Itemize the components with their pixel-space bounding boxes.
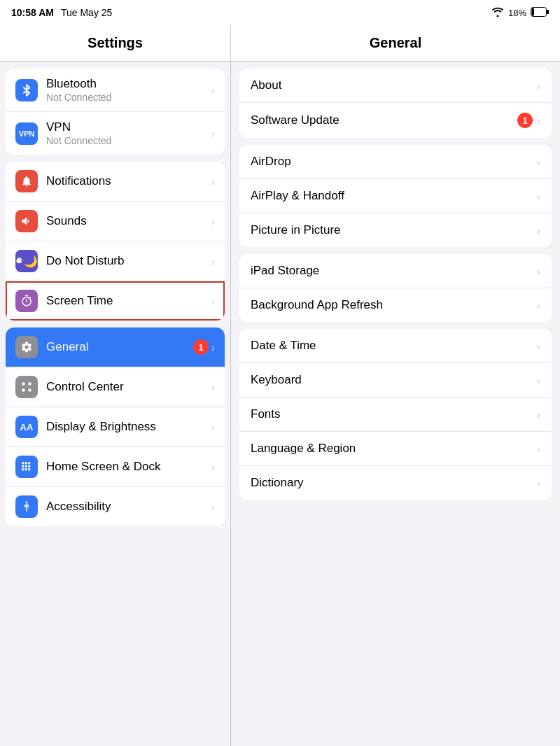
sidebar-item-screentime[interactable]: Screen Time › bbox=[6, 281, 225, 321]
homescreen-chevron: › bbox=[211, 461, 215, 473]
display-icon: AA bbox=[15, 416, 38, 438]
svg-point-6 bbox=[28, 388, 31, 392]
bluetooth-chevron: › bbox=[211, 84, 215, 96]
notifications-icon bbox=[15, 170, 38, 192]
general-title: General bbox=[46, 340, 189, 354]
main-item-date-time[interactable]: Date & Time › bbox=[239, 329, 552, 363]
keyboard-chevron: › bbox=[537, 374, 540, 386]
main-header: General bbox=[231, 25, 560, 62]
status-date: Tue May 25 bbox=[61, 7, 112, 18]
controlcenter-chevron: › bbox=[211, 381, 215, 393]
controlcenter-icon bbox=[15, 376, 38, 398]
svg-point-4 bbox=[28, 382, 31, 386]
sidebar-item-display[interactable]: AA Display & Brightness › bbox=[6, 407, 225, 447]
fonts-title: Fonts bbox=[251, 407, 537, 421]
controlcenter-title: Control Center bbox=[46, 380, 209, 394]
sidebar-item-accessibility[interactable]: Accessibility › bbox=[6, 487, 225, 526]
airplay-handoff-chevron: › bbox=[537, 190, 540, 202]
ipad-storage-title: iPad Storage bbox=[251, 264, 537, 278]
sidebar-header: Settings bbox=[0, 25, 230, 62]
wifi-icon bbox=[491, 7, 504, 19]
battery-icon bbox=[531, 7, 549, 19]
about-chevron: › bbox=[537, 80, 540, 92]
status-bar: 10:58 AM Tue May 25 18% bbox=[0, 0, 560, 25]
sidebar-item-donotdisturb[interactable]: 🌙 Do Not Disturb › bbox=[6, 241, 225, 281]
sidebar-item-controlcenter[interactable]: Control Center › bbox=[6, 367, 225, 407]
screentime-chevron: › bbox=[211, 295, 215, 307]
notifications-chevron: › bbox=[211, 176, 215, 188]
main-item-ipad-storage[interactable]: iPad Storage › bbox=[239, 254, 552, 288]
sidebar: Settings Bluetooth Not Connected › VPN V… bbox=[0, 25, 231, 746]
main-item-airplay-handoff[interactable]: AirPlay & Handoff › bbox=[239, 179, 552, 213]
status-icons: 18% bbox=[491, 7, 549, 19]
sidebar-item-general[interactable]: General 1 › bbox=[6, 328, 225, 367]
vpn-chevron: › bbox=[211, 127, 215, 139]
software-update-chevron: › bbox=[537, 115, 540, 127]
sidebar-group-preferences: General 1 › Control Center › AA Display … bbox=[6, 328, 225, 526]
vpn-icon: VPN bbox=[15, 122, 38, 145]
accessibility-text: Accessibility bbox=[46, 500, 209, 514]
homescreen-title: Home Screen & Dock bbox=[46, 460, 209, 474]
main-item-dictionary[interactable]: Dictionary › bbox=[239, 466, 552, 500]
background-app-refresh-title: Background App Refresh bbox=[251, 298, 537, 312]
main-item-software-update[interactable]: Software Update 1 › bbox=[239, 103, 552, 138]
main-item-keyboard[interactable]: Keyboard › bbox=[239, 363, 552, 397]
accessibility-title: Accessibility bbox=[46, 500, 209, 514]
display-chevron: › bbox=[211, 421, 215, 433]
main-group-settings: Date & Time › Keyboard › Fonts › Languag… bbox=[239, 329, 552, 500]
airplay-handoff-title: AirPlay & Handoff bbox=[251, 189, 537, 203]
fonts-chevron: › bbox=[537, 409, 540, 421]
svg-rect-1 bbox=[547, 10, 549, 14]
bluetooth-title: Bluetooth bbox=[46, 77, 209, 91]
notifications-text: Notifications bbox=[46, 174, 209, 188]
main-item-airdrop[interactable]: AirDrop › bbox=[239, 145, 552, 179]
main-item-about[interactable]: About › bbox=[239, 69, 552, 103]
sidebar-group-connectivity: Bluetooth Not Connected › VPN VPN Not Co… bbox=[6, 69, 225, 155]
accessibility-chevron: › bbox=[211, 501, 215, 513]
dictionary-title: Dictionary bbox=[251, 476, 537, 490]
sounds-chevron: › bbox=[211, 216, 215, 227]
sounds-text: Sounds bbox=[46, 214, 209, 228]
sidebar-item-bluetooth[interactable]: Bluetooth Not Connected › bbox=[6, 69, 225, 112]
main-group-storage: iPad Storage › Background App Refresh › bbox=[239, 254, 552, 322]
main-group-connectivity: AirDrop › AirPlay & Handoff › Picture in… bbox=[239, 145, 552, 247]
donotdisturb-chevron: › bbox=[211, 255, 215, 267]
picture-in-picture-title: Picture in Picture bbox=[251, 223, 537, 237]
airdrop-chevron: › bbox=[537, 156, 540, 168]
sidebar-item-vpn[interactable]: VPN VPN Not Connected › bbox=[6, 112, 225, 155]
date-time-chevron: › bbox=[537, 340, 540, 352]
bluetooth-subtitle: Not Connected bbox=[46, 92, 209, 103]
main-item-background-app-refresh[interactable]: Background App Refresh › bbox=[239, 288, 552, 322]
sidebar-item-sounds[interactable]: Sounds › bbox=[6, 202, 225, 241]
bluetooth-text: Bluetooth Not Connected bbox=[46, 77, 209, 103]
main-item-picture-in-picture[interactable]: Picture in Picture › bbox=[239, 213, 552, 247]
sidebar-item-notifications[interactable]: Notifications › bbox=[6, 162, 225, 202]
language-region-chevron: › bbox=[537, 443, 540, 455]
display-text: Display & Brightness bbox=[46, 420, 209, 434]
svg-rect-2 bbox=[532, 8, 535, 15]
picture-in-picture-chevron: › bbox=[537, 225, 540, 237]
sidebar-item-homescreen[interactable]: Home Screen & Dock › bbox=[6, 447, 225, 487]
main-title: General bbox=[370, 35, 421, 50]
svg-point-3 bbox=[22, 382, 25, 386]
vpn-title: VPN bbox=[46, 120, 209, 134]
donotdisturb-icon: 🌙 bbox=[15, 250, 38, 272]
donotdisturb-title: Do Not Disturb bbox=[46, 254, 209, 268]
accessibility-icon bbox=[15, 495, 38, 518]
about-title: About bbox=[251, 78, 537, 92]
sounds-title: Sounds bbox=[46, 214, 209, 228]
dictionary-chevron: › bbox=[537, 477, 540, 489]
battery-text: 18% bbox=[508, 8, 526, 18]
main-item-fonts[interactable]: Fonts › bbox=[239, 397, 552, 432]
main-item-language-region[interactable]: Language & Region › bbox=[239, 432, 552, 466]
ipad-storage-chevron: › bbox=[537, 265, 540, 277]
date-time-title: Date & Time bbox=[251, 339, 537, 353]
notifications-title: Notifications bbox=[46, 174, 209, 188]
screentime-title: Screen Time bbox=[46, 294, 209, 308]
display-title: Display & Brightness bbox=[46, 420, 209, 434]
homescreen-text: Home Screen & Dock bbox=[46, 460, 209, 474]
general-text: General bbox=[46, 340, 189, 354]
sidebar-group-system: Notifications › Sounds › 🌙 Do N bbox=[6, 162, 225, 321]
keyboard-title: Keyboard bbox=[251, 373, 537, 387]
software-update-title: Software Update bbox=[251, 113, 517, 127]
